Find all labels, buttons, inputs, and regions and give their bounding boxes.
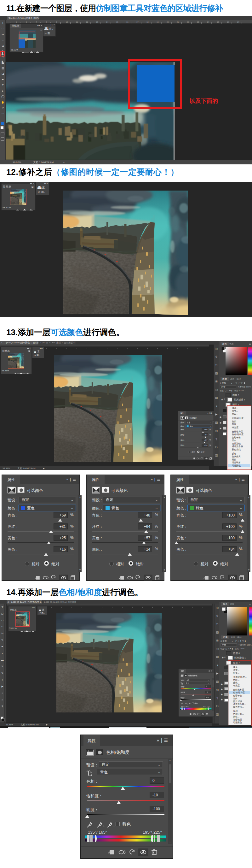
svg-text:11: 11 — [76, 21, 78, 23]
svg-text:12: 12 — [86, 21, 88, 23]
svg-text:◪: ◪ — [2, 72, 4, 75]
svg-text:24: 24 — [207, 21, 209, 23]
svg-text:⚲: ⚲ — [2, 106, 4, 110]
svg-text:7: 7 — [36, 21, 37, 23]
svg-text:9: 9 — [56, 21, 57, 23]
svg-text:5: 5 — [16, 21, 17, 23]
svg-text:8: 8 — [46, 21, 47, 23]
svg-text:10: 10 — [66, 21, 68, 23]
svg-text:25: 25 — [217, 21, 219, 23]
svg-text:6: 6 — [26, 21, 27, 23]
svg-text:22: 22 — [187, 21, 189, 23]
svg-text:✛: ✛ — [2, 22, 4, 25]
svg-text:21: 21 — [177, 21, 179, 23]
svg-text:17: 17 — [136, 21, 139, 23]
svg-text:14: 14 — [106, 21, 108, 23]
svg-text:▨: ▨ — [2, 67, 4, 70]
svg-text:⬚: ⬚ — [2, 27, 4, 30]
svg-text:16: 16 — [126, 21, 129, 23]
svg-text:✒: ✒ — [2, 78, 4, 81]
svg-text:T: T — [2, 84, 4, 87]
svg-text:◯: ◯ — [1, 95, 4, 98]
svg-text:⋯: ⋯ — [2, 112, 4, 115]
svg-text:18: 18 — [146, 21, 149, 23]
svg-text:26: 26 — [227, 21, 229, 23]
svg-text:27: 27 — [237, 21, 240, 23]
svg-text:19: 19 — [156, 21, 159, 23]
svg-text:✋: ✋ — [1, 100, 5, 104]
svg-text:13: 13 — [96, 21, 98, 23]
svg-text:▙: ▙ — [2, 61, 4, 64]
svg-text:15: 15 — [116, 21, 118, 23]
svg-text:20: 20 — [167, 21, 169, 23]
svg-text:⌁: ⌁ — [2, 38, 3, 42]
svg-text:23: 23 — [197, 21, 199, 23]
svg-text:▸: ▸ — [2, 89, 4, 92]
svg-text:⊡: ⊡ — [2, 44, 4, 47]
svg-text:✂: ✂ — [2, 33, 4, 36]
